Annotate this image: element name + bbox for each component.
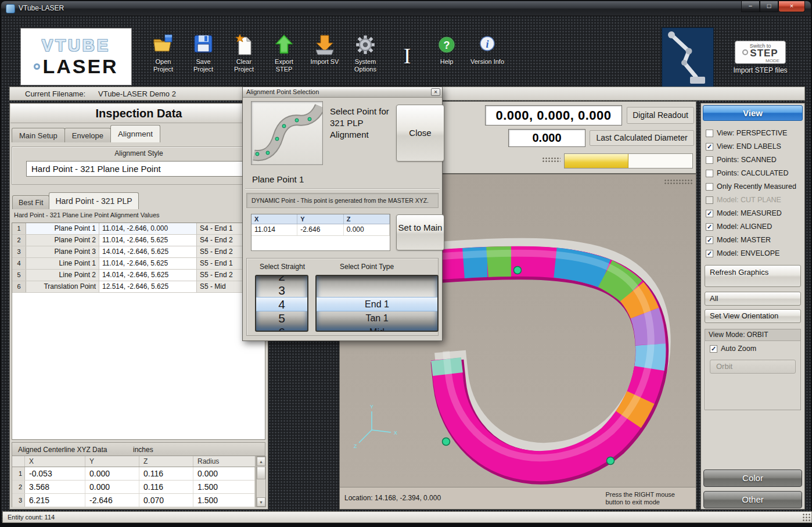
inspection-data-panel: Inspection Data Main Setup Envelope Alig… bbox=[9, 103, 268, 510]
table-row[interactable]: 1 Plane Point 1 11.014, -2.646, 0.000 S4… bbox=[12, 223, 265, 235]
diameter-label: Last Calculated Diameter bbox=[590, 130, 694, 146]
checkbox-icon: ✓ bbox=[706, 143, 713, 150]
table-row[interactable]: 1 -0.053 0.000 0.116 0.000 bbox=[12, 467, 255, 481]
splitter-grip[interactable] bbox=[664, 179, 693, 184]
xyz-value-x: 11.014 bbox=[251, 224, 297, 235]
resize-grip[interactable] bbox=[802, 513, 810, 521]
logo-dot-icon bbox=[34, 63, 40, 70]
alignment-values-caption: Hard Point - 321 Plane Line Point Alignm… bbox=[14, 211, 160, 218]
alignment-style-label: Alignment Style bbox=[12, 149, 265, 157]
alignment-subtabs: Best Fit Hard Point - 321 PLP bbox=[12, 191, 138, 209]
step-switch-line3: MODE bbox=[735, 58, 785, 63]
set-to-main-button[interactable]: Set to Main bbox=[396, 214, 444, 250]
save-project-button[interactable]: Save Project bbox=[186, 34, 221, 81]
scroll-up-icon[interactable]: ▲ bbox=[257, 457, 265, 466]
help-icon: ? bbox=[429, 34, 464, 57]
svg-text:i: i bbox=[486, 38, 488, 50]
all-button[interactable]: All bbox=[705, 292, 801, 306]
table-row[interactable]: 5 Line Point 2 14.014, -2.646, 5.625 S5 … bbox=[12, 270, 265, 281]
step-switch-line2: STEP bbox=[735, 49, 785, 58]
checkbox-only-recently-measured[interactable]: Only Recently Measured bbox=[706, 180, 802, 193]
select-straight-label: Select Straight bbox=[260, 263, 305, 271]
clear-document-icon bbox=[227, 34, 261, 57]
table-row[interactable]: 3 Plane Point 3 14.014, -2.646, 5.625 S5… bbox=[12, 246, 265, 258]
table-row[interactable]: 6 Translation Point 12.514, -2.646, 5.62… bbox=[12, 281, 265, 293]
close-button[interactable]: × bbox=[778, 1, 805, 12]
view-mode-label: View Mode: ORBIT bbox=[705, 329, 800, 341]
scroll-down-icon[interactable]: ▼ bbox=[257, 497, 265, 507]
selected-straight[interactable]: 4 bbox=[256, 297, 307, 311]
window-title: VTube-LASER bbox=[19, 4, 64, 12]
export-step-button[interactable]: Export STEP bbox=[267, 34, 301, 81]
laser-progress-bar bbox=[564, 153, 693, 169]
dialog-instruction: Select Point for 321 PLP Alignment bbox=[330, 106, 395, 141]
checkbox-icon: ✓ bbox=[710, 345, 717, 353]
checkbox-model-master[interactable]: ✓ Model: MASTER bbox=[706, 234, 802, 246]
open-project-button[interactable]: Open Project bbox=[146, 34, 181, 81]
help-button[interactable]: ? Help bbox=[429, 34, 464, 81]
straight-number-scroller[interactable]: 2 3 4 5 6 bbox=[255, 275, 308, 332]
clear-project-button[interactable]: Clear Project bbox=[227, 34, 261, 81]
tab-main-setup[interactable]: Main Setup bbox=[12, 128, 65, 142]
checkbox-auto-zoom[interactable]: ✓ Auto Zoom bbox=[710, 345, 756, 353]
axis-triad-icon bbox=[359, 411, 391, 443]
import-sv-label: Import SV bbox=[307, 58, 342, 66]
minimize-button[interactable]: − bbox=[741, 1, 760, 12]
set-view-orientation-button[interactable]: Set View Orientation bbox=[705, 309, 801, 323]
tab-envelope[interactable]: Envelope bbox=[64, 128, 111, 142]
system-options-label: System Options bbox=[348, 58, 383, 73]
window-titlebar[interactable]: VTube-LASER − □ × bbox=[1, 1, 811, 16]
view-mode-group: View Mode: ORBIT ✓ Auto Zoom Orbit bbox=[705, 329, 801, 410]
import-sv-button[interactable]: Import SV bbox=[307, 34, 342, 81]
color-button[interactable]: Color bbox=[703, 469, 802, 487]
selected-point-type[interactable]: End 1 bbox=[317, 297, 437, 311]
other-button[interactable]: Other bbox=[703, 491, 802, 508]
version-info-button[interactable]: i Version Info bbox=[470, 34, 505, 81]
xyz-header-z: Z bbox=[344, 214, 390, 224]
centerline-table: 1 -0.053 0.000 0.116 0.000 2 3.568 0.000… bbox=[12, 467, 256, 507]
window-controls: − □ × bbox=[741, 1, 805, 12]
dialog-close-button[interactable]: Close bbox=[396, 105, 444, 162]
checkbox-model-envelope[interactable]: ✓ Model: ENVELOPE bbox=[706, 247, 802, 260]
dialog-close-icon[interactable]: ✕ bbox=[431, 88, 440, 96]
xyz-header-y: Y bbox=[297, 214, 343, 224]
switch-step-mode-button[interactable]: Switch to STEP MODE bbox=[735, 41, 786, 64]
dialog-title: Alignment Point Selection bbox=[246, 88, 319, 95]
tab-alignment[interactable]: Alignment bbox=[110, 125, 160, 142]
tab-hard-point-321-plp[interactable]: Hard Point - 321 PLP bbox=[49, 192, 138, 209]
save-project-label: Save Project bbox=[186, 58, 221, 73]
location-readout: Location: 14.168, -2.394, 0.000 bbox=[344, 494, 441, 502]
text-cursor-glyph: I bbox=[400, 43, 414, 69]
measuring-arm-image bbox=[662, 27, 714, 90]
checkbox-points-scanned[interactable]: Points: SCANNED bbox=[706, 153, 802, 166]
dialog-titlebar[interactable]: Alignment Point Selection ✕ bbox=[243, 87, 442, 98]
scrollbar-thumb[interactable] bbox=[257, 467, 265, 479]
centerline-scrollbar[interactable]: ▲ ▼ bbox=[256, 456, 266, 507]
checkbox-view-end-labels[interactable]: ✓ View: END LABELS bbox=[706, 140, 802, 153]
export-step-label: Export STEP bbox=[267, 58, 301, 73]
import-step-caption: Import STEP files bbox=[721, 66, 799, 74]
table-row[interactable]: 4 Line Point 1 11.014, -2.646, 5.625 S5 … bbox=[12, 258, 265, 270]
system-options-button[interactable]: System Options bbox=[348, 34, 383, 81]
tab-best-fit[interactable]: Best Fit bbox=[12, 195, 49, 209]
table-row[interactable]: 2 Plane Point 2 11.014, -2.646, 5.625 S4… bbox=[12, 235, 265, 246]
table-row[interactable]: 3 6.215 -2.646 0.070 1.500 bbox=[12, 494, 255, 507]
app-icon bbox=[6, 4, 15, 13]
table-row[interactable]: 2 3.568 0.000 0.116 1.500 bbox=[12, 481, 255, 494]
orbit-mode-hint: Press the RIGHT mouse button to exit mod… bbox=[605, 491, 675, 506]
maximize-button[interactable]: □ bbox=[760, 1, 778, 12]
checkbox-model-aligned[interactable]: ✓ Model: ALIGNED bbox=[706, 220, 802, 233]
point-type-scroller[interactable]: End 1 Tan 1 Mid bbox=[315, 275, 439, 332]
checkbox-icon: ✓ bbox=[706, 210, 713, 217]
checkbox-icon: ✓ bbox=[706, 223, 713, 231]
checkbox-points-calculated[interactable]: Points: CALCULATED bbox=[706, 167, 802, 180]
axis-label-y: Y bbox=[370, 404, 373, 410]
alignment-style-dropdown[interactable]: Hard Point - 321 Plane Line Point bbox=[26, 161, 261, 177]
checkbox-model-measured[interactable]: ✓ Model: MEASURED bbox=[706, 207, 802, 220]
checkbox-view-perspective[interactable]: View: PERSPECTIVE bbox=[706, 127, 802, 139]
splitter-grip[interactable] bbox=[542, 157, 561, 162]
axis-label-x: X bbox=[394, 430, 397, 436]
refresh-graphics-button[interactable]: Refresh Graphics bbox=[705, 265, 801, 287]
checkbox-icon bbox=[706, 156, 713, 164]
alignment-point-selection-dialog: Alignment Point Selection ✕ Select Point… bbox=[242, 87, 443, 341]
